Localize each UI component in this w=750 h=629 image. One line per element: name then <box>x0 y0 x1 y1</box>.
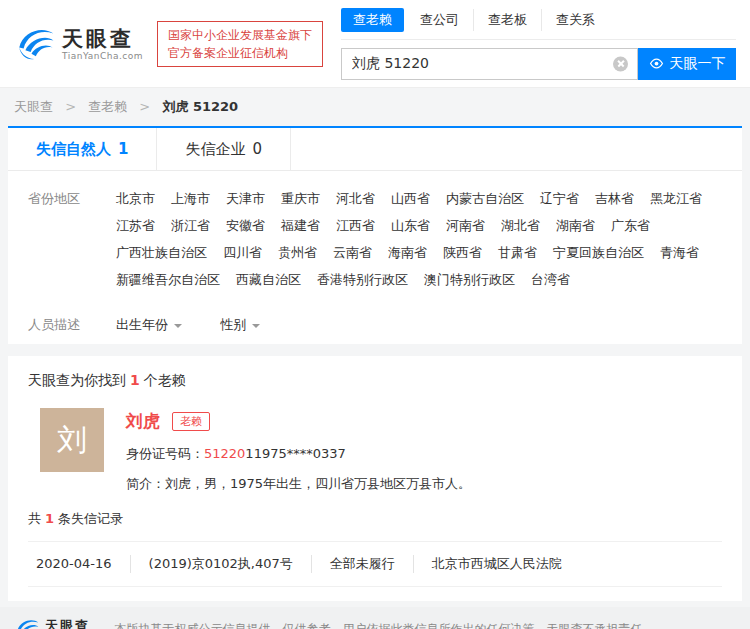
province-option[interactable]: 北京市 <box>116 185 155 212</box>
province-option[interactable]: 河南省 <box>446 212 485 239</box>
breadcrumb-section[interactable]: 查老赖 <box>88 99 127 114</box>
logo-domain: TianYanCha.com <box>62 51 143 61</box>
province-option[interactable]: 海南省 <box>388 239 427 266</box>
dishonesty-record-row[interactable]: 2020-04-16 (2019)京0102执,407号 全部未履行 北京市西城… <box>28 541 722 587</box>
cert-line-1: 国家中小企业发展基金旗下 <box>168 26 312 44</box>
laolai-badge: 老赖 <box>172 412 210 431</box>
id-number-rest: 11975****0337 <box>245 446 345 461</box>
id-number-highlight: 51220 <box>204 446 245 461</box>
province-option[interactable]: 甘肃省 <box>498 239 537 266</box>
chevron-down-icon <box>252 324 260 332</box>
record-court: 北京市西城区人民法院 <box>414 555 580 573</box>
cert-line-2: 官方备案企业征信机构 <box>168 44 312 62</box>
tab-dishonest-company-label: 失信企业 <box>185 140 245 158</box>
province-option[interactable]: 山东省 <box>391 212 430 239</box>
province-option[interactable]: 四川省 <box>223 239 262 266</box>
province-option[interactable]: 黑龙江省 <box>650 185 702 212</box>
results-card: 天眼查为你找到1个老赖 刘 刘虎 老赖 身份证号码：5122011975****… <box>8 356 742 601</box>
results-summary: 天眼查为你找到1个老赖 <box>8 356 742 396</box>
province-option[interactable]: 辽宁省 <box>540 185 579 212</box>
footer: 天眼查 TianYanCha.com 本版块基于权威公示信息提供，仅供参考。用户… <box>0 607 750 629</box>
records-summary-prefix: 共 <box>28 511 41 526</box>
breadcrumb-home[interactable]: 天眼查 <box>14 99 53 114</box>
tab-dishonest-person[interactable]: 失信自然人1 <box>8 128 157 170</box>
gender-dropdown[interactable]: 性别 <box>220 317 260 332</box>
header-right: 查老赖 查公司 查老板 查关系 天眼一下 <box>341 8 736 80</box>
province-option[interactable]: 天津市 <box>226 185 265 212</box>
logo-name: 天眼查 <box>62 27 143 51</box>
province-option[interactable]: 宁夏回族自治区 <box>553 239 644 266</box>
nav-tab-cha-relation[interactable]: 查关系 <box>541 9 609 31</box>
province-option[interactable]: 西藏自治区 <box>236 266 301 293</box>
breadcrumb: 天眼查 > 查老赖 > 刘虎 51220 <box>0 88 750 126</box>
birth-year-dropdown[interactable]: 出生年份 <box>116 317 182 332</box>
nav-tab-cha-company[interactable]: 查公司 <box>406 9 473 31</box>
province-option[interactable]: 陕西省 <box>443 239 482 266</box>
search-button[interactable]: 天眼一下 <box>638 48 736 80</box>
header: 天眼查 TianYanCha.com 国家中小企业发展基金旗下 官方备案企业征信… <box>0 0 750 88</box>
record-status: 全部未履行 <box>312 555 414 573</box>
province-option[interactable]: 江苏省 <box>116 212 155 239</box>
nav-tab-cha-boss[interactable]: 查老板 <box>473 9 541 31</box>
province-option[interactable]: 浙江省 <box>171 212 210 239</box>
search-button-label: 天眼一下 <box>670 55 726 73</box>
breadcrumb-separator: > <box>139 99 150 114</box>
person-filter-label: 人员描述 <box>28 311 116 338</box>
tianyancha-wave-icon <box>14 616 40 629</box>
province-option[interactable]: 河北省 <box>336 185 375 212</box>
province-option[interactable]: 湖北省 <box>501 212 540 239</box>
province-option[interactable]: 广西壮族自治区 <box>116 239 207 266</box>
province-option[interactable]: 上海市 <box>171 185 210 212</box>
breadcrumb-separator: > <box>65 99 76 114</box>
results-summary-prefix: 天眼查为你找到 <box>28 372 126 388</box>
province-option[interactable]: 贵州省 <box>278 239 317 266</box>
province-option[interactable]: 新疆维吾尔自治区 <box>116 266 220 293</box>
person-name-link[interactable]: 刘虎 <box>126 410 160 432</box>
tab-dishonest-company[interactable]: 失信企业0 <box>157 128 291 170</box>
id-number-row: 身份证号码：5122011975****0337 <box>126 445 471 463</box>
id-number-label: 身份证号码： <box>126 446 204 461</box>
province-option[interactable]: 澳门特别行政区 <box>424 266 515 293</box>
footer-logo: 天眼查 TianYanCha.com <box>14 616 103 629</box>
person-filter-row: 人员描述 出生年份 性别 <box>28 311 722 338</box>
person-result-item[interactable]: 刘 刘虎 老赖 身份证号码：5122011975****0337 简介：刘虎，男… <box>8 396 742 509</box>
certification-badge: 国家中小企业发展基金旗下 官方备案企业征信机构 <box>157 21 323 67</box>
province-option[interactable]: 香港特别行政区 <box>317 266 408 293</box>
clear-search-icon[interactable] <box>613 56 628 71</box>
tianyancha-logo[interactable]: 天眼查 TianYanCha.com <box>14 23 143 65</box>
province-option[interactable]: 内蒙古自治区 <box>446 185 524 212</box>
province-option[interactable]: 江西省 <box>336 212 375 239</box>
province-option[interactable]: 湖南省 <box>556 212 595 239</box>
records-summary-count: 1 <box>45 511 54 526</box>
province-option[interactable]: 台湾省 <box>531 266 570 293</box>
province-option[interactable]: 安徽省 <box>226 212 265 239</box>
province-option[interactable]: 青海省 <box>660 239 699 266</box>
filters: 省份地区 北京市 上海市 天津市 重庆市 河北省 山西省 内蒙古自治区 <box>8 171 742 344</box>
gender-label: 性别 <box>220 317 246 332</box>
breadcrumb-current: 刘虎 51220 <box>162 99 238 114</box>
province-option[interactable]: 云南省 <box>333 239 372 266</box>
results-summary-suffix: 个老赖 <box>144 372 186 388</box>
result-type-tabs: 失信自然人1 失信企业0 <box>8 128 742 171</box>
province-filter-label: 省份地区 <box>28 185 116 212</box>
person-intro: 简介：刘虎，男，1975年出生，四川省万县地区万县市人。 <box>126 475 471 493</box>
search-input[interactable] <box>342 49 637 79</box>
search-box <box>341 48 638 80</box>
footer-disclaimer: 本版块基于权威公示信息提供，仅供参考。用户依据此类信息所作出的任何决策，天眼查不… <box>115 621 655 629</box>
province-option[interactable]: 福建省 <box>281 212 320 239</box>
records-summary: 共1条失信记录 <box>28 509 722 529</box>
nav-tab-cha-laolai[interactable]: 查老赖 <box>341 8 404 32</box>
tab-dishonest-company-count: 0 <box>252 140 262 158</box>
records-summary-suffix: 条失信记录 <box>58 511 123 526</box>
results-summary-count: 1 <box>130 372 140 388</box>
person-info: 刘虎 老赖 身份证号码：5122011975****0337 简介：刘虎，男，1… <box>126 408 471 493</box>
filter-card: 失信自然人1 失信企业0 省份地区 北京市 上海市 天津市 重庆市 河北省 <box>8 126 742 344</box>
dishonesty-records: 共1条失信记录 2020-04-16 (2019)京0102执,407号 全部未… <box>28 509 722 587</box>
top-nav: 查老赖 查公司 查老板 查关系 <box>341 8 736 40</box>
chevron-down-icon <box>174 324 182 332</box>
province-option[interactable]: 吉林省 <box>595 185 634 212</box>
province-option[interactable]: 广东省 <box>611 212 650 239</box>
province-option[interactable]: 山西省 <box>391 185 430 212</box>
province-option[interactable]: 重庆市 <box>281 185 320 212</box>
avatar: 刘 <box>40 408 104 472</box>
